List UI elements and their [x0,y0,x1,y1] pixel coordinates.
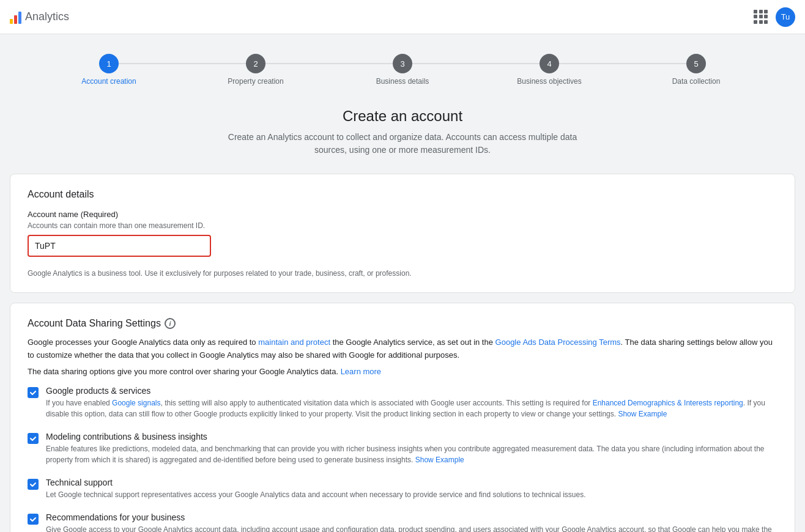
page-title-section: Create an account Create an Analytics ac… [10,108,795,157]
checkbox-wrapper-google-products[interactable] [28,387,39,398]
step-1-label: Account creation [81,77,136,86]
sharing-desc-1: Google processes your Google Analytics d… [28,336,777,362]
checkbox-title-google-products: Google products & services [46,386,777,396]
checkbox-desc-recommendations: Give Google access to your Google Analyt… [46,524,777,532]
checkbox-content-modeling: Modeling contributions & business insigh… [46,432,777,465]
app-header: Analytics Tu [0,0,805,34]
step-1: 1 Account creation [35,54,182,86]
step-5-circle: 5 [686,54,706,73]
header-left: Analytics [10,10,69,24]
header-right: Tu [754,7,795,27]
checkmark-icon [29,435,37,442]
account-name-input[interactable] [28,235,211,257]
checkbox-wrapper-modeling[interactable] [28,433,39,444]
maintain-protect-link[interactable]: maintain and protect [258,338,330,347]
show-example-link-1[interactable]: Show Example [618,410,667,418]
checkbox-recommendations[interactable] [28,514,39,525]
main-content: 1 Account creation 2 Property creation 3… [0,34,805,532]
step-4: 4 Business objectives [476,54,623,86]
checkbox-item-recommendations: Recommendations for your business Give G… [28,512,777,532]
checkbox-content-recommendations: Recommendations for your business Give G… [46,512,777,532]
logo-icon [10,10,21,24]
logo-bar-3 [18,12,21,24]
account-name-hint: Accounts can contain more than one measu… [28,221,777,230]
logo-bar-1 [10,19,13,24]
checkbox-content-technical: Technical support Let Google technical s… [46,478,586,500]
page-subtitle: Create an Analytics account to collect a… [213,131,592,157]
checkbox-title-technical: Technical support [46,478,586,487]
step-2: 2 Property creation [182,54,329,86]
google-ads-terms-link[interactable]: Google Ads Data Processing Terms [495,338,621,347]
step-3-label: Business details [376,77,429,86]
account-details-card: Account details Account name (Required) … [10,174,795,293]
apps-grid-icon[interactable] [754,10,768,24]
account-details-title: Account details [28,189,777,200]
checkbox-wrapper-recommendations[interactable] [28,514,39,525]
checkbox-desc-google-products: If you have enabled Google signals, this… [46,397,777,419]
enhanced-demographics-link[interactable]: Enhanced Demographics & Interests report… [593,399,743,407]
step-1-circle: 1 [99,54,119,73]
info-icon[interactable]: i [165,318,176,329]
checkbox-content-google-products: Google products & services If you have e… [46,386,777,419]
checkbox-google-products[interactable] [28,387,39,398]
user-avatar[interactable]: Tu [776,7,795,27]
data-sharing-card: Account Data Sharing Settings i Google p… [10,303,795,532]
app-name: Analytics [25,10,69,23]
step-2-circle: 2 [246,54,265,73]
data-sharing-title-row: Account Data Sharing Settings i [28,318,777,329]
stepper: 1 Account creation 2 Property creation 3… [10,54,795,86]
checkbox-item-modeling: Modeling contributions & business insigh… [28,432,777,465]
options-note: The data sharing options give you more c… [28,367,777,376]
analytics-logo: Analytics [10,10,69,24]
account-name-label: Account name (Required) [28,210,777,219]
checkbox-wrapper-technical[interactable] [28,479,39,490]
checkbox-desc-modeling: Enable features like predictions, modele… [46,443,777,465]
step-2-label: Property creation [228,77,283,86]
step-3: 3 Business details [329,54,476,86]
logo-bar-2 [14,15,17,24]
checkbox-title-recommendations: Recommendations for your business [46,512,777,522]
checkbox-modeling[interactable] [28,433,39,444]
data-sharing-title: Account Data Sharing Settings [28,318,161,329]
checkbox-technical[interactable] [28,479,39,490]
business-tool-note: Google Analytics is a business tool. Use… [28,269,777,278]
checkbox-title-modeling: Modeling contributions & business insigh… [46,432,777,441]
page-title: Create an account [10,108,795,125]
checkbox-desc-technical: Let Google technical support representat… [46,489,586,500]
step-5: 5 Data collection [623,54,770,86]
checkmark-icon [29,515,37,523]
show-example-link-2[interactable]: Show Example [415,456,464,464]
checkmark-icon [29,481,37,488]
step-4-circle: 4 [540,54,559,73]
learn-more-link[interactable]: Learn more [341,367,381,376]
checkbox-item-technical: Technical support Let Google technical s… [28,478,777,500]
google-signals-link[interactable]: Google signals [112,399,160,407]
step-5-label: Data collection [672,77,721,86]
step-4-label: Business objectives [517,77,581,86]
checkbox-item-google-products: Google products & services If you have e… [28,386,777,419]
step-3-circle: 3 [393,54,412,73]
checkbox-group: Google products & services If you have e… [28,386,777,532]
checkmark-icon [29,389,37,396]
